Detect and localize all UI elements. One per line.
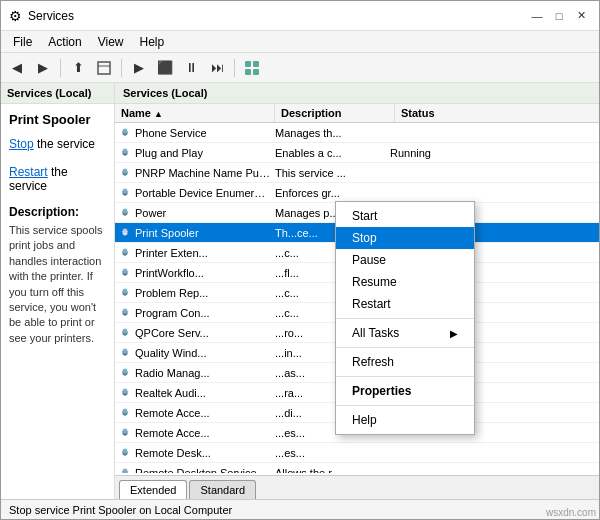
table-row[interactable]: PNRP Machine Name Publi... This service … (115, 163, 599, 183)
main-content: Services (Local) Print Spooler Stop the … (1, 83, 599, 499)
context-menu-item-restart[interactable]: Restart (336, 293, 474, 315)
context-menu-item-resume[interactable]: Resume (336, 271, 474, 293)
desc-label: Description: (9, 205, 106, 219)
row-desc: This service ... (275, 167, 390, 179)
desc-text: This service spools print jobs and handl… (9, 223, 106, 346)
table-header: Name ▲ Description Status (115, 104, 599, 123)
service-icon (118, 206, 132, 220)
up-button[interactable]: ⬆ (66, 56, 90, 80)
context-menu-item-properties[interactable]: Properties (336, 380, 474, 402)
menu-view[interactable]: View (90, 33, 132, 51)
maximize-button[interactable]: □ (549, 6, 569, 26)
service-icon (118, 246, 132, 260)
service-icon (118, 226, 132, 240)
service-icon (118, 166, 132, 180)
row-desc: Enforces gr... (275, 187, 390, 199)
context-menu-item-refresh[interactable]: Refresh (336, 351, 474, 373)
left-panel-header: Services (Local) (1, 83, 114, 104)
pause-button[interactable]: ⏸ (179, 56, 203, 80)
row-name: Remote Desk... (135, 447, 275, 459)
service-icon (118, 446, 132, 460)
table-row[interactable]: Portable Device Enumerator... Enforces g… (115, 183, 599, 203)
menu-bar: File Action View Help (1, 31, 599, 53)
restart-link[interactable]: Restart (9, 165, 48, 179)
stop-text: the service (34, 137, 95, 151)
menu-action[interactable]: Action (40, 33, 89, 51)
show-hide-button[interactable] (92, 56, 116, 80)
row-name: Power (135, 207, 275, 219)
play-button[interactable]: ▶ (127, 56, 151, 80)
row-name: Printer Exten... (135, 247, 275, 259)
service-icon (118, 266, 132, 280)
menu-help[interactable]: Help (132, 33, 173, 51)
context-menu-item-pause[interactable]: Pause (336, 249, 474, 271)
context-menu-separator (336, 376, 474, 377)
row-name: Program Con... (135, 307, 275, 319)
context-menu-item-all-tasks[interactable]: All Tasks▶ (336, 322, 474, 344)
tab-extended[interactable]: Extended (119, 480, 187, 499)
bottom-tabs: Extended Standard (115, 475, 599, 499)
watermark: wsxdn.com (546, 507, 596, 518)
service-icon (118, 386, 132, 400)
row-name: Phone Service (135, 127, 275, 139)
stop-link[interactable]: Stop (9, 137, 34, 151)
context-menu: StartStopPauseResumeRestartAll Tasks▶Ref… (335, 201, 475, 435)
toolbar: ◀ ▶ ⬆ ▶ ⬛ ⏸ ⏭ (1, 53, 599, 83)
close-button[interactable]: ✕ (571, 6, 591, 26)
service-icon (118, 406, 132, 420)
row-desc: Allows the r... (275, 467, 390, 474)
svg-rect-4 (245, 69, 251, 75)
row-name: Quality Wind... (135, 347, 275, 359)
context-menu-item-stop[interactable]: Stop (336, 227, 474, 249)
service-icon (118, 426, 132, 440)
service-icon (118, 366, 132, 380)
row-name: Portable Device Enumerator... (135, 187, 275, 199)
minimize-button[interactable]: — (527, 6, 547, 26)
row-desc: Manages th... (275, 127, 390, 139)
svg-rect-0 (98, 62, 110, 74)
service-icon (118, 146, 132, 160)
status-text: Stop service Print Spooler on Local Comp… (9, 504, 232, 516)
context-menu-separator (336, 318, 474, 319)
table-row[interactable]: Remote Desktop Services U... Allows the … (115, 463, 599, 473)
tab-standard[interactable]: Standard (189, 480, 256, 499)
row-name: Realtek Audi... (135, 387, 275, 399)
service-icon (118, 306, 132, 320)
service-icon (118, 126, 132, 140)
svg-rect-3 (253, 61, 259, 67)
row-name: Radio Manag... (135, 367, 275, 379)
service-icon (118, 186, 132, 200)
col-header-status[interactable]: Status (395, 104, 465, 122)
svg-rect-2 (245, 61, 251, 67)
service-icon (118, 466, 132, 474)
context-menu-separator (336, 405, 474, 406)
col-header-name[interactable]: Name ▲ (115, 104, 275, 122)
restart-button[interactable]: ⏭ (205, 56, 229, 80)
row-name: Remote Acce... (135, 407, 275, 419)
status-bar: Stop service Print Spooler on Local Comp… (1, 499, 599, 519)
row-name: Plug and Play (135, 147, 275, 159)
forward-button[interactable]: ▶ (31, 56, 55, 80)
row-name: Problem Rep... (135, 287, 275, 299)
col-header-desc[interactable]: Description (275, 104, 395, 122)
row-name: PNRP Machine Name Publi... (135, 167, 275, 179)
table-row[interactable]: Remote Desk... ...es... (115, 443, 599, 463)
context-menu-item-help[interactable]: Help (336, 409, 474, 431)
context-menu-item-start[interactable]: Start (336, 205, 474, 227)
main-window: ⚙ Services — □ ✕ File Action View Help ◀… (0, 0, 600, 520)
back-button[interactable]: ◀ (5, 56, 29, 80)
stop-button[interactable]: ⬛ (153, 56, 177, 80)
row-desc: Enables a c... (275, 147, 390, 159)
table-row[interactable]: Phone Service Manages th... (115, 123, 599, 143)
service-title: Print Spooler (9, 112, 106, 127)
properties-button[interactable] (240, 56, 264, 80)
service-icon (118, 346, 132, 360)
service-icon (118, 326, 132, 340)
left-panel: Services (Local) Print Spooler Stop the … (1, 83, 115, 499)
menu-file[interactable]: File (5, 33, 40, 51)
window-icon: ⚙ (9, 8, 22, 24)
table-row[interactable]: Plug and Play Enables a c... Running (115, 143, 599, 163)
context-menu-separator (336, 347, 474, 348)
right-panel: Services (Local) Name ▲ Description Stat… (115, 83, 599, 499)
row-name: QPCore Serv... (135, 327, 275, 339)
